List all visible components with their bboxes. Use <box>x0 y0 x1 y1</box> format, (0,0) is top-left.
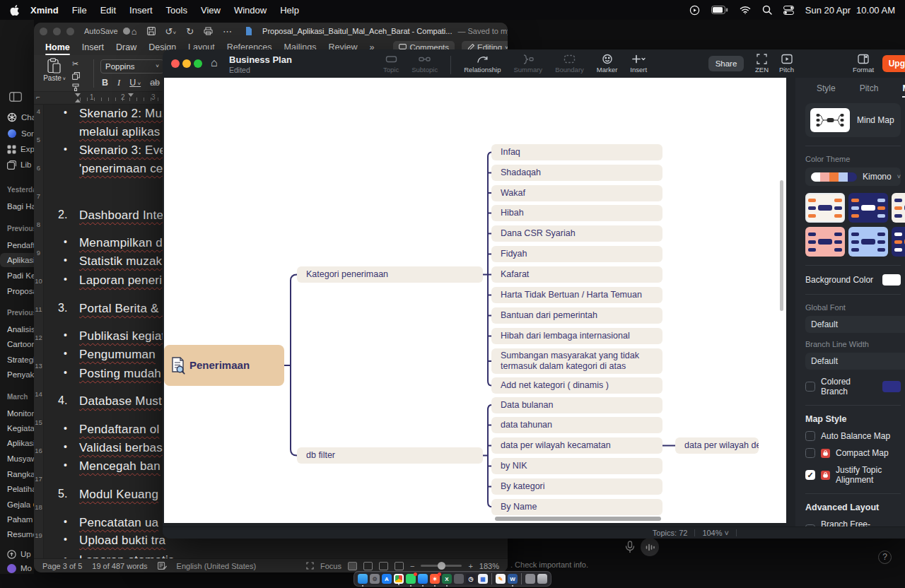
indent-marker[interactable] <box>75 93 81 97</box>
menubar-app-name[interactable]: Xmind <box>30 5 59 16</box>
theme-thumbnail-selected[interactable] <box>805 193 845 223</box>
dock-trash-icon[interactable] <box>537 574 547 584</box>
canvas-zoom-level[interactable]: 104% ˅ <box>702 529 729 537</box>
dock-settings-icon[interactable]: ⚙ <box>370 574 380 584</box>
mindmap-subtopic[interactable]: By Name <box>491 499 662 515</box>
sidebar-item-chatgpt[interactable]: Cha <box>0 110 34 124</box>
copy-icon[interactable] <box>72 72 80 80</box>
sidebar-chat-item[interactable]: Gejala <box>0 498 34 512</box>
branch-width-select[interactable]: Default <box>805 353 905 370</box>
dock-photos-icon[interactable]: ✶ <box>430 574 440 584</box>
dock-safari-icon[interactable] <box>418 574 428 584</box>
tab-map[interactable]: Map <box>902 83 905 93</box>
sidebar-chat-item[interactable]: Paham A <box>0 512 34 527</box>
canvas-horizontal-scrollbar[interactable] <box>495 517 661 521</box>
dock-chrome-icon[interactable] <box>394 574 404 584</box>
sidebar-chat-item[interactable]: Pelatiha <box>0 482 34 496</box>
insert-button[interactable]: Insert <box>630 54 647 74</box>
pitch-mode-button[interactable]: Pitch <box>779 54 794 74</box>
format-panel-button[interactable]: Format <box>853 54 874 74</box>
zoom-out-button[interactable]: − <box>410 562 414 570</box>
mindmap-subtopic[interactable]: data per wilayah kecamatan <box>491 437 662 454</box>
sidebar-chat-item[interactable]: Musyaw <box>0 452 34 466</box>
global-font-select[interactable]: Default <box>805 316 905 333</box>
tab-insert[interactable]: Insert <box>82 40 104 55</box>
mindmap-topic[interactable]: db filter <box>297 447 483 464</box>
colored-branch-checkbox[interactable] <box>805 382 815 392</box>
outline-view-button[interactable] <box>395 562 404 570</box>
focus-icon[interactable] <box>306 562 314 570</box>
home-icon[interactable]: ⌂ <box>132 27 137 36</box>
spellcheck-icon[interactable] <box>158 562 167 570</box>
theme-thumbnail[interactable] <box>892 227 905 257</box>
mindmap-subtopic[interactable]: data tahunan <box>491 417 662 433</box>
map-title[interactable]: Business Plan <box>229 54 292 65</box>
dock-whatsapp-icon[interactable] <box>406 574 416 584</box>
dock-finder-icon[interactable] <box>358 574 368 584</box>
menu-view[interactable]: View <box>201 5 221 16</box>
zoom-percentage[interactable]: 183% <box>479 562 499 570</box>
document-title[interactable]: Proposal_Aplikasi_Baitul_Mal_Aceh_Barat … <box>262 27 452 35</box>
battery-icon[interactable] <box>711 6 728 14</box>
tab-draw[interactable]: Draw <box>116 40 136 55</box>
mindmap-subtopic[interactable]: Wakaf <box>491 185 662 201</box>
sidebar-chat-item[interactable]: Pendafta <box>0 238 34 252</box>
subtopic-button[interactable]: Subtopic <box>411 54 438 74</box>
menu-help[interactable]: Help <box>280 5 299 16</box>
sidebar-chat-item[interactable]: Monitori <box>0 406 34 421</box>
zoom-button[interactable] <box>194 59 202 68</box>
theme-thumbnail[interactable] <box>805 227 845 257</box>
indent-marker[interactable] <box>128 93 134 97</box>
sidebar-profile-item[interactable]: Mo <box>0 561 34 574</box>
sidebar-item-library[interactable]: Lib <box>0 158 34 172</box>
apple-menu-icon[interactable] <box>10 5 19 16</box>
minimize-button[interactable] <box>53 28 61 35</box>
page-indicator[interactable]: Page 3 of 5 <box>42 562 82 570</box>
print-icon[interactable] <box>204 27 213 35</box>
dock-clock-icon[interactable]: ◷ <box>466 574 476 584</box>
theme-thumbnail[interactable] <box>848 193 888 223</box>
dock-gray-app-icon[interactable] <box>454 574 464 584</box>
close-button[interactable] <box>40 28 47 35</box>
redo-icon[interactable]: ↻ <box>186 27 194 36</box>
zoom-button[interactable] <box>66 28 74 35</box>
mindmap-root-topic[interactable]: Penerimaan <box>164 345 284 386</box>
dock-app-store-icon[interactable]: A <box>382 574 392 584</box>
sidebar-toggle-icon[interactable] <box>9 92 22 102</box>
theme-thumbnail[interactable] <box>848 227 888 257</box>
italic-button[interactable]: I <box>117 78 120 88</box>
mindmap-subtopic[interactable]: Sumbangan masyarakat yang tidak termasuk… <box>491 348 662 374</box>
dock-notes-icon[interactable]: ✎ <box>496 574 506 584</box>
relationship-button[interactable]: Relationship <box>464 54 501 74</box>
background-color-swatch[interactable] <box>882 274 901 286</box>
read-mode-view-button[interactable] <box>363 562 373 570</box>
sidebar-chat-item[interactable]: Strategi <box>0 353 34 367</box>
zoom-slider[interactable] <box>421 565 462 567</box>
tab-home[interactable]: Home <box>45 40 70 55</box>
zen-mode-button[interactable]: ZEN <box>755 54 769 74</box>
mindmap-subtopic[interactable]: data per wilayah desa <box>675 437 759 454</box>
summary-button[interactable]: Summary <box>513 54 542 74</box>
sidebar-item-sora[interactable]: Sor <box>0 127 34 141</box>
close-button[interactable] <box>171 59 180 68</box>
mindmap-subtopic[interactable]: Dana CSR Syariah <box>491 225 662 242</box>
dock-word-icon[interactable]: W <box>508 574 518 584</box>
upgrade-button[interactable]: Upgrade <box>882 55 905 72</box>
marker-button[interactable]: Marker <box>597 54 618 74</box>
sidebar-chat-item[interactable]: Cartoon <box>0 337 34 351</box>
help-button[interactable]: ? <box>878 551 892 564</box>
print-layout-view-button[interactable] <box>348 562 357 570</box>
canvas-vertical-scrollbar[interactable] <box>780 180 783 311</box>
microphone-icon[interactable] <box>625 541 635 553</box>
focus-label[interactable]: Focus <box>320 562 341 570</box>
vertical-ruler[interactable]: 4567891011121314151617181920 <box>34 105 44 558</box>
sidebar-chat-item[interactable]: Aplikasi <box>0 436 34 450</box>
mindmap-subtopic[interactable]: Infaq <box>491 144 662 160</box>
dock-excel-icon[interactable]: X <box>442 574 452 584</box>
menubar-clock[interactable]: Sun 20 Apr10.00 AM <box>805 5 895 16</box>
menu-file[interactable]: File <box>72 5 87 16</box>
sidebar-chat-item[interactable]: Resume <box>0 527 34 541</box>
justify-alignment-checkbox[interactable]: ✓ <box>805 470 815 480</box>
format-painter-icon[interactable] <box>72 83 80 91</box>
tab-stop-selector[interactable]: ⌐ <box>36 93 40 101</box>
